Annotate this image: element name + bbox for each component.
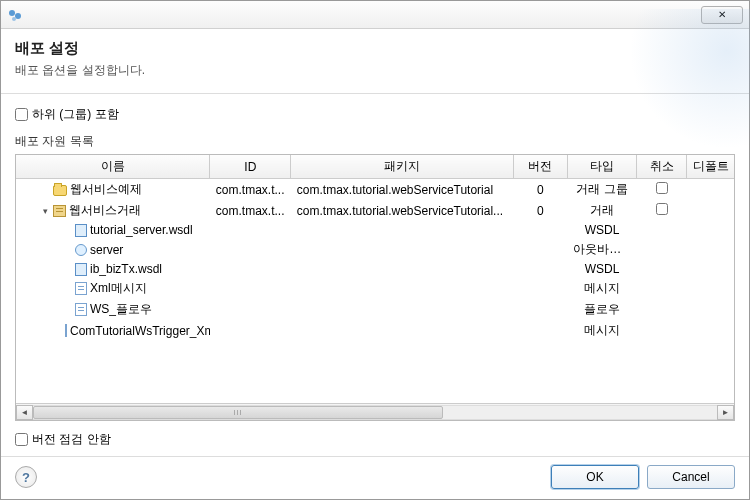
row-cancel-cell: [637, 221, 686, 239]
include-subgroups-checkbox[interactable]: 하위 (그룹) 포함: [15, 106, 735, 123]
scroll-right-button[interactable]: ►: [717, 405, 734, 420]
skip-version-check-input[interactable]: [15, 433, 28, 446]
row-package-cell: com.tmax.tutorial.webServiceTutorial...: [291, 200, 514, 221]
svg-point-0: [9, 10, 15, 16]
row-version-cell: [513, 239, 567, 260]
resource-list-label: 배포 자원 목록: [15, 133, 735, 150]
col-header-type[interactable]: 타입: [567, 155, 637, 179]
scroll-left-button[interactable]: ◄: [16, 405, 33, 420]
row-name-label: Xml메시지: [90, 280, 147, 297]
row-name-label: tutorial_server.wsdl: [90, 223, 193, 237]
table-row[interactable]: tutorial_server.wsdlWSDL: [16, 221, 734, 239]
help-icon: ?: [22, 470, 30, 485]
row-id-cell: com.tmax.t...: [210, 179, 291, 201]
dialog-header: 배포 설정 배포 옵션을 설정합니다.: [1, 29, 749, 94]
table-row[interactable]: ComTutorialWsTrigger_Xm메시지: [16, 320, 734, 341]
row-name-label: WS_플로우: [90, 301, 152, 318]
row-cancel-cell: [637, 278, 686, 299]
row-type-cell: WSDL: [567, 260, 637, 278]
col-header-version[interactable]: 버전: [513, 155, 567, 179]
row-type-cell: 메시지: [567, 320, 637, 341]
row-name-label: 웹서비스거래: [69, 202, 141, 219]
scroll-track[interactable]: [33, 405, 717, 420]
flow-icon: [75, 303, 87, 316]
row-cancel-cell: [637, 179, 686, 201]
row-id-cell: com.tmax.t...: [210, 200, 291, 221]
row-cancel-checkbox[interactable]: [656, 203, 668, 215]
table-row[interactable]: ib_bizTx.wsdlWSDL: [16, 260, 734, 278]
row-version-cell: [513, 320, 567, 341]
include-subgroups-label: 하위 (그룹) 포함: [32, 106, 119, 123]
row-version-cell: 0: [513, 200, 567, 221]
row-type-cell: 플로우: [567, 299, 637, 320]
resource-table: 이름 ID 패키지 버전 타입 취소 디폴트 웹서비스예제com.tmax.t.…: [15, 154, 735, 421]
page-title: 배포 설정: [15, 39, 735, 58]
skip-version-check-label: 버전 점검 안함: [32, 431, 111, 448]
row-cancel-cell: [637, 200, 686, 221]
close-icon: ✕: [718, 9, 726, 20]
row-package-cell: [291, 221, 514, 239]
row-default-cell: [686, 200, 734, 221]
col-header-id[interactable]: ID: [210, 155, 291, 179]
table-row[interactable]: 웹서비스예제com.tmax.t...com.tmax.tutorial.web…: [16, 179, 734, 201]
package-icon: [53, 205, 66, 217]
row-default-cell: [686, 278, 734, 299]
row-default-cell: [686, 239, 734, 260]
cancel-button[interactable]: Cancel: [647, 465, 735, 489]
col-header-name[interactable]: 이름: [16, 155, 210, 179]
row-package-cell: [291, 320, 514, 341]
skip-version-check-checkbox[interactable]: 버전 점검 안함: [15, 431, 735, 448]
row-cancel-checkbox[interactable]: [656, 182, 668, 194]
table-row[interactable]: server아웃바운...: [16, 239, 734, 260]
table-scroll-area[interactable]: 이름 ID 패키지 버전 타입 취소 디폴트 웹서비스예제com.tmax.t.…: [16, 155, 734, 403]
row-package-cell: [291, 260, 514, 278]
deploy-settings-dialog: ✕ 배포 설정 배포 옵션을 설정합니다. 하위 (그룹) 포함 배포 자원 목…: [0, 0, 750, 500]
row-id-cell: [210, 278, 291, 299]
help-button[interactable]: ?: [15, 466, 37, 488]
row-id-cell: [210, 221, 291, 239]
table-row[interactable]: ▾웹서비스거래com.tmax.t...com.tmax.tutorial.we…: [16, 200, 734, 221]
col-header-default[interactable]: 디폴트: [686, 155, 734, 179]
row-version-cell: [513, 260, 567, 278]
row-id-cell: [210, 239, 291, 260]
row-package-cell: [291, 278, 514, 299]
row-version-cell: 0: [513, 179, 567, 201]
row-type-cell: 거래: [567, 200, 637, 221]
row-package-cell: [291, 299, 514, 320]
page-subtitle: 배포 옵션을 설정합니다.: [15, 62, 735, 79]
message-icon: [65, 324, 67, 337]
window-close-button[interactable]: ✕: [701, 6, 743, 24]
scroll-thumb[interactable]: [33, 406, 443, 419]
table-row[interactable]: Xml메시지메시지: [16, 278, 734, 299]
horizontal-scrollbar[interactable]: ◄ ►: [16, 403, 734, 420]
row-type-cell: WSDL: [567, 221, 637, 239]
row-package-cell: com.tmax.tutorial.webServiceTutorial: [291, 179, 514, 201]
row-version-cell: [513, 278, 567, 299]
tree-expander[interactable]: ▾: [40, 206, 50, 216]
wsdl-file-icon: [75, 224, 87, 237]
row-type-cell: 거래 그룹: [567, 179, 637, 201]
svg-point-1: [15, 13, 21, 19]
svg-point-2: [12, 17, 16, 21]
row-name-label: ib_bizTx.wsdl: [90, 262, 162, 276]
row-name-label: 웹서비스예제: [70, 181, 142, 198]
dialog-content: 하위 (그룹) 포함 배포 자원 목록 이름 ID 패키지 버전: [1, 94, 749, 456]
row-name-label: server: [90, 243, 123, 257]
folder-icon: [53, 185, 67, 196]
include-subgroups-input[interactable]: [15, 108, 28, 121]
titlebar: ✕: [1, 1, 749, 29]
row-id-cell: [210, 320, 291, 341]
row-cancel-cell: [637, 260, 686, 278]
server-icon: [75, 244, 87, 256]
row-version-cell: [513, 221, 567, 239]
col-header-package[interactable]: 패키지: [291, 155, 514, 179]
row-default-cell: [686, 260, 734, 278]
table-row[interactable]: WS_플로우플로우: [16, 299, 734, 320]
row-cancel-cell: [637, 320, 686, 341]
row-cancel-cell: [637, 239, 686, 260]
row-cancel-cell: [637, 299, 686, 320]
row-id-cell: [210, 260, 291, 278]
ok-button[interactable]: OK: [551, 465, 639, 489]
col-header-cancel[interactable]: 취소: [637, 155, 686, 179]
row-name-label: ComTutorialWsTrigger_Xm: [70, 324, 210, 338]
